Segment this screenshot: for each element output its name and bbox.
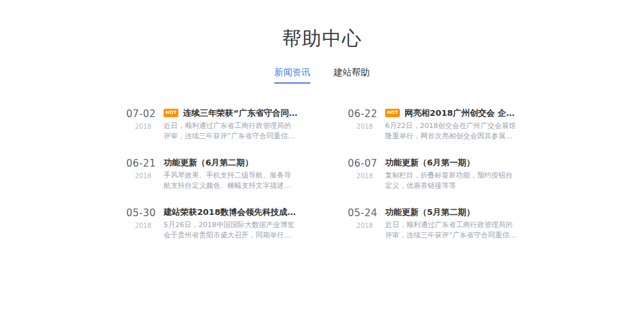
news-body: 功能更新（6月第一期） 复制栏目，折叠标签新功能，预约按钮自定义，优惠券链接等等 bbox=[385, 158, 519, 191]
news-item[interactable]: 05-30 2018 建站荣获2018数博会领先科技成果“入围… 5月26日，2… bbox=[125, 207, 298, 241]
news-column-right: 06-22 2018 HOT 网亮相2018广州创交会 企业营销服… 6月22日… bbox=[346, 108, 519, 257]
news-description: 近日，顺利通过广东省工商行政管理局的评审，连续三年获评“广东省守合同重信用企业”… bbox=[385, 220, 519, 241]
news-grid: 07-02 2018 HOT 连续三年荣获“广东省守合同重信用… 近日，顺利通过… bbox=[125, 108, 519, 257]
news-item[interactable]: 06-21 2018 功能更新（6月第二期） 手风琴效果、手机支持二级导航、服务… bbox=[125, 158, 298, 191]
news-item[interactable]: 05-24 2018 功能更新（5月第二期） 近日，顺利通过广东省工商行政管理局… bbox=[346, 207, 519, 241]
news-title-row: 建站荣获2018数博会领先科技成果“入围… bbox=[164, 207, 298, 217]
news-body: 功能更新（6月第二期） 手风琴效果、手机支持二级导航、服务导航支持自定义颜色、横… bbox=[164, 158, 298, 191]
news-date-md: 05-30 bbox=[125, 207, 156, 219]
hot-badge: HOT bbox=[164, 109, 178, 117]
news-item[interactable]: 06-22 2018 HOT 网亮相2018广州创交会 企业营销服… 6月22日… bbox=[346, 108, 519, 142]
news-date-year: 2018 bbox=[125, 123, 156, 130]
news-date: 07-02 2018 bbox=[125, 108, 156, 142]
news-item[interactable]: 06-07 2018 功能更新（6月第一期） 复制栏目，折叠标签新功能，预约按钮… bbox=[346, 158, 519, 191]
news-description: 6月22日，2018创交会在广州广交会展馆隆重举行，网首次亮相创交会因其参展平台… bbox=[385, 121, 519, 142]
news-date-year: 2018 bbox=[346, 123, 377, 130]
news-date: 06-22 2018 bbox=[346, 108, 377, 142]
news-title-row: 功能更新（5月第二期） bbox=[385, 207, 519, 217]
news-date-year: 2018 bbox=[125, 222, 156, 229]
news-title[interactable]: 网亮相2018广州创交会 企业营销服… bbox=[404, 107, 519, 119]
news-description: 近日，顺利通过广东省工商行政管理局的评审，连续三年获评“广东省守合同重信用企业”… bbox=[164, 121, 298, 142]
news-title-row: 功能更新（6月第二期） bbox=[164, 158, 298, 167]
news-date-year: 2018 bbox=[346, 222, 377, 229]
news-title-row: HOT 网亮相2018广州创交会 企业营销服… bbox=[385, 108, 519, 118]
news-description: 手风琴效果、手机支持二级导航、服务导航支持自定义颜色、横幅支持文字描述等。 bbox=[164, 171, 298, 191]
news-title[interactable]: 建站荣获2018数博会领先科技成果“入围… bbox=[164, 207, 298, 218]
tab-site-help[interactable]: 建站帮助 bbox=[334, 68, 370, 84]
news-date-md: 06-21 bbox=[125, 158, 156, 169]
news-title[interactable]: 连续三年荣获“广东省守合同重信用… bbox=[183, 107, 298, 119]
news-date-year: 2018 bbox=[346, 172, 377, 180]
tab-bar: 新闻资讯 建站帮助 bbox=[0, 68, 644, 84]
news-date: 05-30 2018 bbox=[125, 207, 156, 241]
news-date-year: 2018 bbox=[125, 172, 156, 180]
news-body: 建站荣获2018数博会领先科技成果“入围… 5月26日，2018中国国际大数据产… bbox=[164, 207, 298, 241]
page-title: 帮助中心 bbox=[0, 26, 644, 52]
news-date: 06-21 2018 bbox=[125, 158, 156, 191]
news-body: 功能更新（5月第二期） 近日，顺利通过广东省工商行政管理局的评审，连续三年获评“… bbox=[385, 207, 519, 241]
news-column-left: 07-02 2018 HOT 连续三年荣获“广东省守合同重信用… 近日，顺利通过… bbox=[125, 108, 298, 257]
hot-badge: HOT bbox=[385, 109, 400, 117]
news-title[interactable]: 功能更新（6月第二期） bbox=[164, 157, 253, 169]
news-title[interactable]: 功能更新（5月第二期） bbox=[385, 207, 475, 218]
news-title[interactable]: 功能更新（6月第一期） bbox=[385, 157, 475, 169]
news-description: 复制栏目，折叠标签新功能，预约按钮自定义，优惠券链接等等 bbox=[385, 171, 519, 191]
news-body: HOT 网亮相2018广州创交会 企业营销服… 6月22日，2018创交会在广州… bbox=[385, 108, 519, 142]
news-item[interactable]: 07-02 2018 HOT 连续三年荣获“广东省守合同重信用… 近日，顺利通过… bbox=[125, 108, 298, 142]
tab-news[interactable]: 新闻资讯 bbox=[274, 68, 310, 84]
news-title-row: 功能更新（6月第一期） bbox=[385, 158, 519, 167]
news-date-md: 06-22 bbox=[346, 108, 377, 120]
news-date: 05-24 2018 bbox=[346, 207, 377, 241]
news-date-md: 07-02 bbox=[125, 108, 156, 120]
news-title-row: HOT 连续三年荣获“广东省守合同重信用… bbox=[164, 108, 298, 118]
news-date-md: 05-24 bbox=[346, 207, 377, 219]
news-date: 06-07 2018 bbox=[346, 158, 377, 191]
news-date-md: 06-07 bbox=[346, 158, 377, 169]
news-body: HOT 连续三年荣获“广东省守合同重信用… 近日，顺利通过广东省工商行政管理局的… bbox=[164, 108, 298, 142]
news-description: 5月26日，2018中国国际大数据产业博览会于贵州省贵阳市盛大召开，同期举行大数… bbox=[164, 220, 298, 241]
